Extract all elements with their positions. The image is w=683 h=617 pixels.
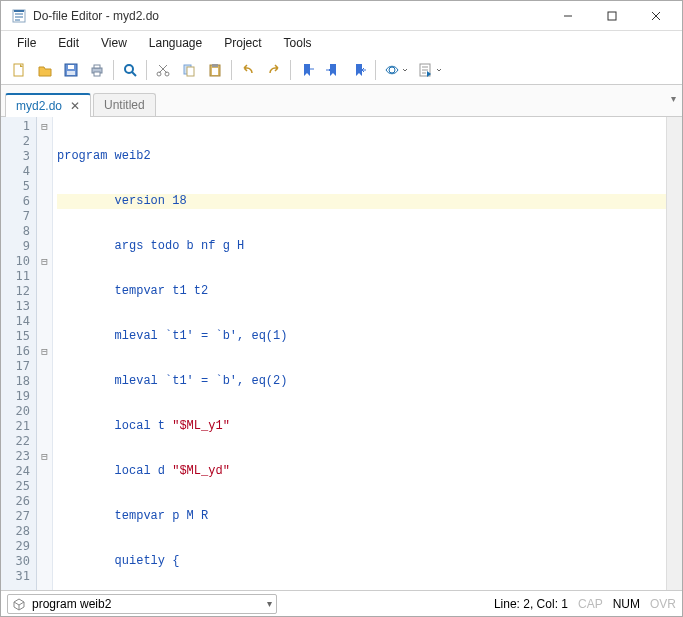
window-title: Do-file Editor - myd2.do (33, 9, 546, 23)
bookmark-toggle-button[interactable] (295, 58, 319, 82)
minimize-button[interactable] (546, 1, 590, 31)
code-editor[interactable]: 1234567891011121314151617181920212223242… (1, 117, 682, 590)
undo-button[interactable] (236, 58, 260, 82)
run-button[interactable] (414, 58, 446, 82)
svg-rect-13 (187, 67, 194, 76)
menu-tools[interactable]: Tools (274, 34, 322, 52)
code-line: args todo b nf g H (57, 239, 244, 253)
paste-button[interactable] (203, 58, 227, 82)
code-line: quietly { (57, 554, 179, 568)
menu-edit[interactable]: Edit (48, 34, 89, 52)
tab-label: myd2.do (16, 99, 62, 113)
svg-rect-5 (67, 71, 75, 75)
menu-file[interactable]: File (7, 34, 46, 52)
function-name-label: program weib2 (32, 597, 111, 611)
menu-language[interactable]: Language (139, 34, 212, 52)
maximize-button[interactable] (590, 1, 634, 31)
tab-untitled[interactable]: Untitled (93, 93, 156, 116)
code-line: local t (57, 419, 172, 433)
close-button[interactable] (634, 1, 678, 31)
redo-button[interactable] (262, 58, 286, 82)
code-line: version 18 (57, 194, 187, 208)
menu-view[interactable]: View (91, 34, 137, 52)
bookmark-prev-button[interactable] (321, 58, 345, 82)
print-button[interactable] (85, 58, 109, 82)
function-combo[interactable]: program weib2 ▾ (7, 594, 277, 614)
cursor-position-label: Line: 2, Col: 1 (494, 597, 568, 611)
code-line: tempvar t1 t2 (57, 284, 208, 298)
bookmark-next-button[interactable] (347, 58, 371, 82)
toolbar (1, 55, 682, 85)
svg-rect-1 (608, 12, 616, 20)
tab-label: Untitled (104, 98, 145, 112)
cut-button[interactable] (151, 58, 175, 82)
statusbar: program weib2 ▾ Line: 2, Col: 1 CAP NUM … (1, 590, 682, 616)
new-file-button[interactable] (7, 58, 31, 82)
code-line: mleval `t1' = `b', eq(1) (57, 329, 287, 343)
preview-toggle-button[interactable] (380, 58, 412, 82)
svg-rect-7 (94, 65, 100, 68)
code-line: local d (57, 464, 172, 478)
code-area[interactable]: program weib2 version 18 args todo b nf … (53, 117, 666, 590)
svg-point-9 (125, 65, 133, 73)
line-number-gutter: 1234567891011121314151617181920212223242… (1, 117, 37, 590)
vertical-scrollbar[interactable] (666, 117, 682, 590)
cube-icon (12, 597, 26, 611)
code-line: mleval `t1' = `b', eq(2) (57, 374, 287, 388)
copy-button[interactable] (177, 58, 201, 82)
code-line: tempvar p M R (57, 509, 208, 523)
num-indicator: NUM (613, 597, 640, 611)
tabbar: myd2.do ✕ Untitled ▾ (1, 85, 682, 117)
tab-close-icon[interactable]: ✕ (70, 99, 80, 113)
open-file-button[interactable] (33, 58, 57, 82)
menu-project[interactable]: Project (214, 34, 271, 52)
svg-rect-8 (94, 72, 100, 76)
svg-point-17 (389, 67, 395, 73)
svg-rect-4 (68, 65, 74, 69)
cap-indicator: CAP (578, 597, 603, 611)
save-button[interactable] (59, 58, 83, 82)
menubar: File Edit View Language Project Tools (1, 31, 682, 55)
find-button[interactable] (118, 58, 142, 82)
app-icon (11, 8, 27, 24)
tab-overflow-icon[interactable]: ▾ (671, 93, 676, 104)
svg-rect-16 (212, 68, 218, 75)
fold-gutter[interactable]: ⊟⊟⊟⊟ (37, 117, 53, 590)
ovr-indicator: OVR (650, 597, 676, 611)
titlebar: Do-file Editor - myd2.do (1, 1, 682, 31)
tab-myd2[interactable]: myd2.do ✕ (5, 93, 91, 117)
chevron-down-icon: ▾ (267, 598, 272, 609)
code-line: program weib2 (57, 149, 151, 163)
svg-rect-15 (212, 64, 218, 67)
